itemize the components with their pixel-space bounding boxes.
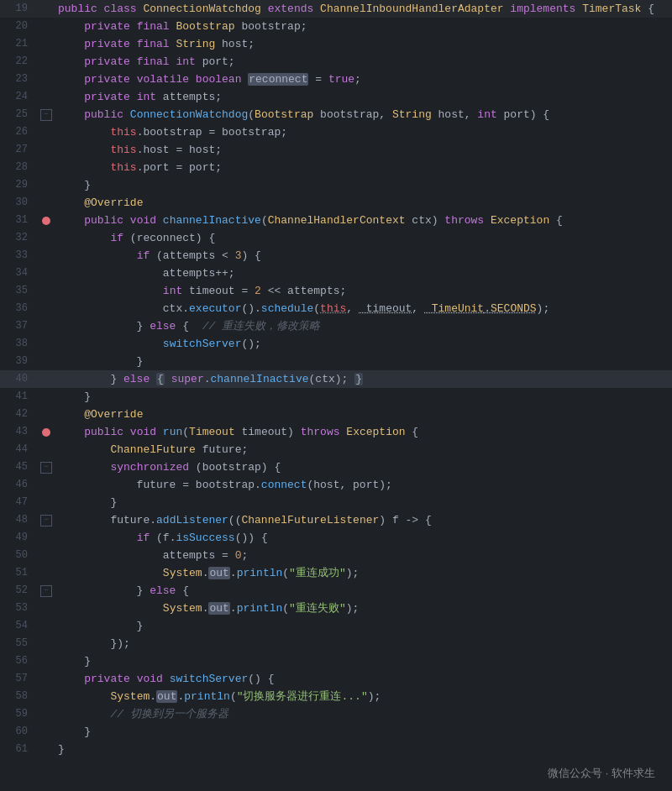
code-content: }	[55, 652, 672, 670]
line-number: 20	[0, 18, 38, 35]
code-editor: 19 public class ConnectionWatchdog exten…	[0, 0, 672, 758]
fold-icon[interactable]: −	[40, 462, 52, 474]
table-row: 33 if (attempts < 3) {	[0, 247, 672, 265]
line-number: 38	[0, 335, 38, 353]
gutter[interactable]: −	[38, 462, 55, 474]
code-content: }	[55, 741, 672, 758]
line-number: 25	[0, 106, 38, 123]
table-row: 21 private final String host;	[0, 35, 672, 53]
table-row: 34 attempts++;	[0, 265, 672, 282]
code-content: }	[55, 353, 672, 370]
code-content: System.out.println("切换服务器进行重连...");	[55, 688, 672, 705]
line-number: 61	[0, 741, 38, 758]
breakpoint-dot[interactable]	[42, 217, 50, 225]
code-content: }	[55, 723, 672, 741]
gutter[interactable]: −	[38, 585, 55, 597]
table-row: 23 private volatile boolean reconnect = …	[0, 71, 672, 88]
line-number: 31	[0, 212, 38, 229]
table-row: 55 });	[0, 635, 672, 652]
line-number: 27	[0, 141, 38, 159]
code-content: });	[55, 635, 672, 652]
line-number: 34	[0, 265, 38, 282]
table-row: 38 switchServer();	[0, 335, 672, 353]
table-row: 54 }	[0, 617, 672, 635]
line-number: 39	[0, 353, 38, 370]
code-content: }	[55, 176, 672, 194]
fold-icon[interactable]: −	[40, 585, 52, 597]
line-number: 40	[0, 370, 38, 388]
table-row: 31 public void channelInactive(ChannelHa…	[0, 212, 672, 229]
line-number: 52	[0, 582, 38, 600]
code-content: int timeout = 2 << attempts;	[55, 282, 672, 300]
table-row: 27 this.host = host;	[0, 141, 672, 159]
table-row: 52 − } else {	[0, 582, 672, 600]
line-number: 42	[0, 406, 38, 423]
code-content: public class ConnectionWatchdog extends …	[55, 0, 672, 18]
table-row: 37 } else { // 重连失败，修改策略	[0, 317, 672, 335]
line-number: 55	[0, 635, 38, 652]
table-row: 30 @Override	[0, 194, 672, 212]
code-content: ChannelFuture future;	[55, 441, 672, 458]
line-number: 46	[0, 476, 38, 494]
line-number: 44	[0, 441, 38, 458]
line-number: 54	[0, 617, 38, 635]
line-number: 33	[0, 247, 38, 265]
line-number: 50	[0, 547, 38, 564]
code-content: if (f.isSuccess()) {	[55, 529, 672, 547]
table-row: 61 }	[0, 741, 672, 758]
fold-icon[interactable]: −	[40, 515, 52, 526]
line-number: 24	[0, 88, 38, 106]
code-content: if (attempts < 3) {	[55, 247, 672, 265]
code-content: attempts = 0;	[55, 547, 672, 564]
table-row: 53 System.out.println("重连失败");	[0, 600, 672, 617]
code-content: private final Bootstrap bootstrap;	[55, 18, 672, 35]
code-content: this.bootstrap = bootstrap;	[55, 123, 672, 141]
table-row: 40 } else { super.channelInactive(ctx); …	[0, 370, 672, 388]
table-row: 46 future = bootstrap.connect(host, port…	[0, 476, 672, 494]
table-row: 49 if (f.isSuccess()) {	[0, 529, 672, 547]
line-number: 45	[0, 458, 38, 476]
code-content: private volatile boolean reconnect = tru…	[55, 71, 672, 88]
table-row: 39 }	[0, 353, 672, 370]
table-row: 60 }	[0, 723, 672, 741]
code-content: private final String host;	[55, 35, 672, 53]
table-row: 24 private int attempts;	[0, 88, 672, 106]
breakpoint-dot[interactable]	[42, 428, 50, 437]
line-number: 32	[0, 229, 38, 247]
code-content: } else { super.channelInactive(ctx); }	[55, 370, 672, 388]
line-number: 53	[0, 600, 38, 617]
line-number: 51	[0, 564, 38, 582]
table-row: 59 // 切换到另一个服务器	[0, 705, 672, 723]
code-content: future.addListener((ChannelFutureListene…	[55, 511, 672, 529]
code-content: @Override	[55, 406, 672, 423]
table-row: 44 ChannelFuture future;	[0, 441, 672, 458]
line-number: 21	[0, 35, 38, 53]
table-row: 45 − synchronized (bootstrap) {	[0, 458, 672, 476]
line-number: 37	[0, 317, 38, 335]
table-row: 58 System.out.println("切换服务器进行重连...");	[0, 688, 672, 705]
code-content: public ConnectionWatchdog(Bootstrap boot…	[55, 106, 672, 123]
code-content: System.out.println("重连失败");	[55, 600, 672, 617]
code-content: if (reconnect) {	[55, 229, 672, 247]
table-row: 29 }	[0, 176, 672, 194]
table-row: 19 public class ConnectionWatchdog exten…	[0, 0, 672, 18]
line-number: 26	[0, 123, 38, 141]
gutter[interactable]: −	[38, 515, 55, 526]
table-row: 50 attempts = 0;	[0, 547, 672, 564]
line-number: 29	[0, 176, 38, 194]
code-content: public void channelInactive(ChannelHandl…	[55, 212, 672, 229]
table-row: 48 − future.addListener((ChannelFutureLi…	[0, 511, 672, 529]
line-number: 22	[0, 53, 38, 71]
code-content: }	[55, 617, 672, 635]
table-row: 51 System.out.println("重连成功");	[0, 564, 672, 582]
code-content: System.out.println("重连成功");	[55, 564, 672, 582]
line-number: 35	[0, 282, 38, 300]
table-row: 28 this.port = port;	[0, 159, 672, 176]
gutter[interactable]: −	[38, 109, 55, 121]
code-content: // 切换到另一个服务器	[55, 705, 672, 723]
table-row: 22 private final int port;	[0, 53, 672, 71]
fold-icon[interactable]: −	[40, 109, 52, 121]
code-content: }	[55, 388, 672, 406]
table-row: 36 ctx.executor().schedule(this, timeout…	[0, 300, 672, 317]
line-number: 30	[0, 194, 38, 212]
